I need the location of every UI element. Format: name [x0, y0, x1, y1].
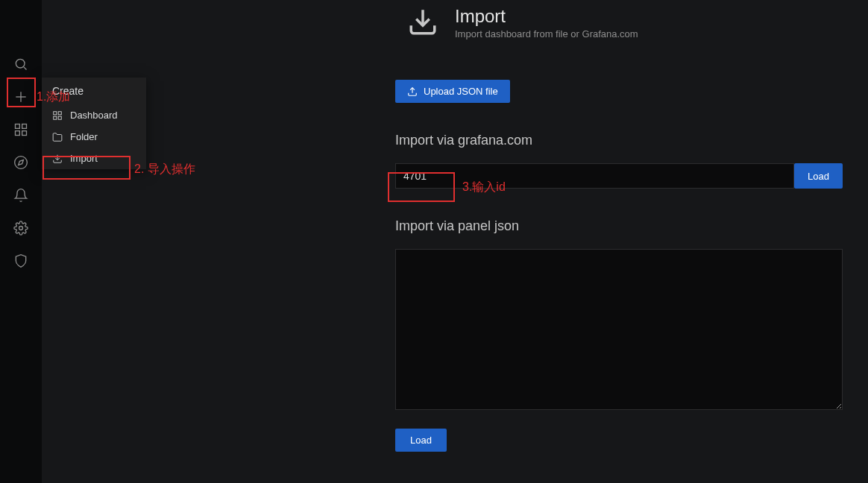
shield-icon [13, 253, 28, 268]
compass-icon [13, 155, 28, 170]
section-label-paneljson: Import via panel json [395, 218, 841, 234]
svg-rect-5 [22, 124, 27, 129]
bell-icon [13, 188, 28, 203]
svg-rect-4 [16, 124, 20, 129]
section-label-grafana: Import via grafana.com [395, 133, 841, 148]
page-header: Import Import dashboard from file or Gra… [42, 0, 868, 56]
flyout-item-label: Folder [70, 131, 98, 142]
sidebar-create[interactable] [0, 80, 42, 113]
sidebar-configuration[interactable] [0, 212, 42, 244]
svg-rect-14 [58, 116, 61, 119]
gear-icon [13, 221, 28, 236]
svg-rect-7 [22, 131, 27, 136]
flyout-item-import[interactable]: Import [42, 148, 146, 169]
page-subtitle: Import dashboard from file or Grafana.co… [455, 28, 638, 40]
plus-icon [13, 89, 28, 104]
sidebar [0, 0, 42, 483]
grafana-logo [12, 3, 30, 7]
create-flyout-menu: Create Dashboard Folder Import [42, 78, 146, 169]
main-content: Import Import dashboard from file or Gra… [42, 0, 868, 483]
svg-rect-13 [54, 116, 57, 119]
sidebar-alerting[interactable] [0, 179, 42, 212]
svg-point-10 [19, 227, 23, 230]
svg-marker-9 [19, 160, 24, 165]
svg-rect-6 [16, 131, 20, 136]
sidebar-explore[interactable] [0, 146, 42, 179]
load-grafana-button[interactable]: Load [794, 163, 843, 189]
page-title: Import [455, 6, 638, 27]
sidebar-search[interactable] [0, 48, 42, 80]
flyout-item-label: Import [70, 153, 98, 164]
svg-rect-11 [54, 111, 57, 114]
svg-point-0 [16, 59, 25, 68]
folder-icon [52, 132, 63, 142]
flyout-item-dashboard[interactable]: Dashboard [42, 104, 146, 126]
sidebar-server-admin[interactable] [0, 244, 42, 277]
import-icon [407, 6, 438, 37]
upload-json-button[interactable]: Upload JSON file [395, 80, 510, 103]
flyout-item-folder[interactable]: Folder [42, 126, 146, 148]
grid-icon [52, 110, 63, 121]
panel-json-textarea[interactable] [395, 249, 843, 410]
page-header-icon [407, 6, 438, 37]
upload-icon [407, 86, 418, 97]
flyout-item-label: Dashboard [70, 110, 118, 121]
svg-line-1 [24, 67, 27, 70]
flyout-header[interactable]: Create [42, 78, 146, 104]
grid-icon [13, 122, 28, 137]
svg-rect-12 [58, 111, 61, 114]
import-icon [52, 154, 63, 164]
svg-point-8 [15, 157, 28, 169]
sidebar-dashboards[interactable] [0, 113, 42, 146]
load-paneljson-button[interactable]: Load [395, 429, 447, 452]
grafana-id-input[interactable] [395, 163, 794, 189]
search-icon [13, 57, 28, 72]
upload-button-label: Upload JSON file [424, 86, 498, 97]
